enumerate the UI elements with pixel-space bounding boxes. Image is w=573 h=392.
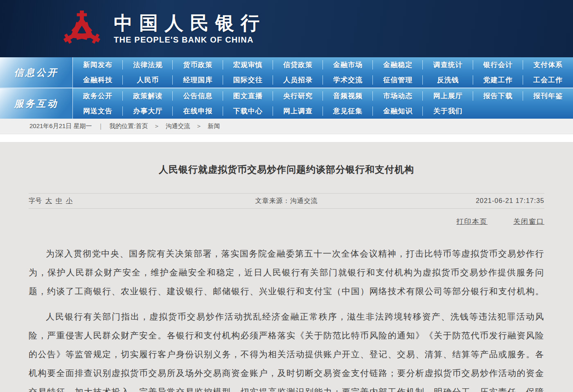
nav-item[interactable]: 关于我们 — [423, 104, 473, 119]
nav-item[interactable]: 办事大厅 — [123, 104, 173, 119]
nav-item[interactable]: 调查统计 — [423, 57, 473, 72]
nav-row: 网送文告办事大厅在线申报下载中心网上调查意见征集金融知识关于我们 — [73, 104, 573, 119]
breadcrumb-path: ＞沟通交流＞新闻 — [153, 122, 226, 130]
article-meta: 字号 大中小 文章来源：沟通交流 2021-06-21 17:17:35 — [29, 193, 544, 209]
nav-item[interactable]: 新闻发布 — [73, 57, 123, 72]
nav-item[interactable]: 在线申报 — [173, 104, 223, 119]
breadcrumb: 2021年6月21日 星期一 ｜ 我的位置:首页 ＞沟通交流＞新闻 — [0, 119, 573, 134]
nav-item[interactable]: 金融知识 — [373, 104, 423, 119]
page: 中国人民银行 THE PEOPLE'S BANK OF CHINA 信息公开新闻… — [0, 0, 573, 392]
nav-item[interactable]: 货币政策 — [173, 57, 223, 72]
font-size-label: 字号 — [29, 197, 42, 205]
nav-item[interactable]: 支付体系 — [523, 57, 573, 72]
logo-title-cn: 中国人民银行 — [114, 13, 266, 34]
source-label: 文章来源： — [255, 197, 290, 204]
spacer — [0, 134, 573, 142]
source-value: 沟通交流 — [290, 197, 318, 204]
article-source: 文章来源：沟通交流 — [255, 197, 318, 205]
font-size-links: 大中小 — [45, 197, 76, 205]
nav-item[interactable]: 银行会计 — [473, 57, 523, 72]
breadcrumb-link[interactable]: 沟通交流 — [165, 122, 190, 129]
nav-item[interactable]: 金融科技 — [73, 72, 123, 88]
nav-item[interactable]: 网送文告 — [73, 104, 123, 119]
nav-item[interactable]: 下载中心 — [223, 104, 273, 119]
nav-item[interactable]: 报刊年鉴 — [523, 88, 573, 104]
article-paragraph: 人民银行有关部门指出，虚拟货币交易炒作活动扰乱经济金融正常秩序，滋生非法跨境转移… — [29, 307, 544, 392]
nav-item[interactable]: 市场动态 — [373, 88, 423, 104]
article-panel: 人民银行就虚拟货币交易炒作问题约谈部分银行和支付机构 字号 大中小 文章来源：沟… — [0, 142, 573, 392]
nav-rows: 新闻发布法律法规货币政策宏观审慎信贷政策金融市场金融稳定调查统计银行会计支付体系… — [73, 57, 573, 88]
article-title: 人民银行就虚拟货币交易炒作问题约谈部分银行和支付机构 — [0, 163, 573, 176]
nav-item[interactable]: 意见征集 — [323, 104, 373, 119]
nav-row: 金融科技人民币经理国库国际交往人员招录学术交流征信管理反洗钱党建工作工会工作 — [73, 72, 573, 88]
nav-item[interactable]: 政策解读 — [123, 88, 173, 104]
article-body: 为深入贯彻党中央、国务院有关决策部署，落实国务院金融委第五十一次全体会议精神，打… — [29, 244, 544, 392]
breadcrumb-arrow: ＞ — [196, 122, 202, 129]
nav-row: 新闻发布法律法规货币政策宏观审慎信贷政策金融市场金融稳定调查统计银行会计支付体系 — [73, 57, 573, 72]
site-header: 中国人民银行 THE PEOPLE'S BANK OF CHINA — [0, 0, 573, 57]
nav-item[interactable]: 经理国库 — [173, 72, 223, 88]
article-actions: 打印本页 关闭窗口 — [29, 209, 544, 226]
font-size-link[interactable]: 小 — [66, 197, 72, 204]
nav-item[interactable]: 网上调查 — [273, 104, 323, 119]
nav-item[interactable]: 征信管理 — [373, 72, 423, 88]
nav-item[interactable]: 金融市场 — [323, 57, 373, 72]
nav-item[interactable]: 网上展厅 — [423, 88, 473, 104]
close-window-link[interactable]: 关闭窗口 — [513, 218, 544, 225]
nav-item[interactable]: 宏观审慎 — [223, 57, 273, 72]
main-nav: 信息公开新闻发布法律法规货币政策宏观审慎信贷政策金融市场金融稳定调查统计银行会计… — [0, 57, 573, 119]
breadcrumb-link[interactable]: 新闻 — [208, 122, 220, 129]
nav-item[interactable]: 学术交流 — [323, 72, 373, 88]
nav-item[interactable]: 法律法规 — [123, 57, 173, 72]
nav-item[interactable]: 人员招录 — [273, 72, 323, 88]
nav-item[interactable]: 音频视频 — [323, 88, 373, 104]
breadcrumb-divider: ｜ — [98, 122, 104, 130]
nav-item[interactable]: 央行研究 — [273, 88, 323, 104]
nav-item[interactable]: 信贷政策 — [273, 57, 323, 72]
breadcrumb-date: 2021年6月21日 星期一 — [29, 122, 92, 130]
font-size-link[interactable]: 大 — [45, 197, 52, 204]
nav-section: 信息公开新闻发布法律法规货币政策宏观审慎信贷政策金融市场金融稳定调查统计银行会计… — [0, 57, 573, 88]
nav-rows: 政务公开政策解读公告信息图文直播央行研究音频视频市场动态网上展厅报告下载报刊年鉴… — [73, 88, 573, 119]
nav-item[interactable]: 党建工作 — [473, 72, 523, 88]
article-paragraph: 为深入贯彻党中央、国务院有关决策部署，落实国务院金融委第五十一次全体会议精神，打… — [29, 244, 544, 301]
nav-row: 政务公开政策解读公告信息图文直播央行研究音频视频市场动态网上展厅报告下载报刊年鉴 — [73, 88, 573, 104]
logo: 中国人民银行 THE PEOPLE'S BANK OF CHINA — [61, 5, 266, 52]
nav-item[interactable]: 政务公开 — [73, 88, 123, 104]
nav-item[interactable]: 反洗钱 — [423, 72, 473, 88]
nav-item[interactable]: 图文直播 — [223, 88, 273, 104]
font-size-link[interactable]: 中 — [56, 197, 62, 204]
nav-item[interactable]: 报告下载 — [473, 88, 523, 104]
nav-item[interactable]: 工会工作 — [523, 72, 573, 88]
font-size-controls: 字号 大中小 — [29, 197, 255, 205]
print-page-link[interactable]: 打印本页 — [456, 218, 487, 225]
nav-section: 服务互动政务公开政策解读公告信息图文直播央行研究音频视频市场动态网上展厅报告下载… — [0, 88, 573, 119]
nav-item[interactable]: 金融稳定 — [373, 57, 423, 72]
article-datetime: 2021-06-21 17:17:35 — [318, 197, 545, 205]
pboc-emblem-icon — [61, 7, 102, 52]
nav-section-label[interactable]: 服务互动 — [0, 88, 73, 119]
nav-section-label[interactable]: 信息公开 — [0, 57, 73, 88]
nav-item[interactable]: 国际交往 — [223, 72, 273, 88]
nav-item[interactable]: 公告信息 — [173, 88, 223, 104]
nav-item[interactable]: 人民币 — [123, 72, 173, 88]
breadcrumb-arrow: ＞ — [153, 122, 160, 129]
logo-text: 中国人民银行 THE PEOPLE'S BANK OF CHINA — [114, 13, 266, 45]
breadcrumb-location-label[interactable]: 我的位置:首页 — [109, 122, 148, 130]
logo-title-en: THE PEOPLE'S BANK OF CHINA — [114, 35, 266, 45]
